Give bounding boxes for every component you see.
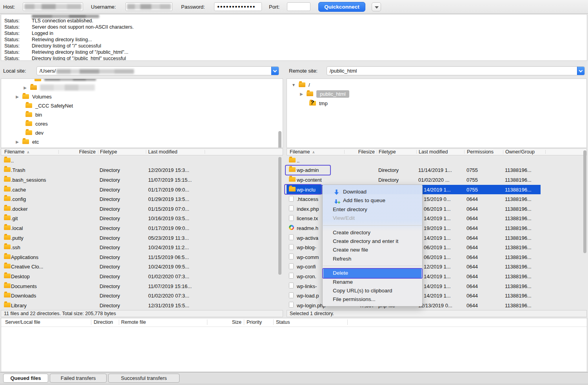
tree-item-cores[interactable]: cores xyxy=(25,119,48,128)
redacted-local-path xyxy=(56,69,134,74)
local-tree-scrollbar[interactable] xyxy=(278,131,281,148)
quickconnect-dropdown-button[interactable] xyxy=(372,2,381,11)
local-file-list[interactable]: .. .TrashDirectory12/20/2019 15:3... .ba… xyxy=(1,156,278,310)
file-row[interactable]: .configDirectory01/29/2019 13:5... xyxy=(1,194,278,204)
host-input[interactable] xyxy=(23,2,83,11)
transfer-queue-panel[interactable]: Server/Local file Direction Remote file … xyxy=(1,318,587,372)
tree-item-etc[interactable]: ▶ etc xyxy=(15,137,39,146)
tree-item-partial[interactable] xyxy=(34,78,96,83)
file-row[interactable]: .sshDirectory10/24/2019 11:2... xyxy=(1,243,278,252)
file-row[interactable]: DesktopDirectory01/02/2020 07:3... xyxy=(1,272,278,281)
log-line: Status:Directory listing of "/" successf… xyxy=(1,43,587,49)
column-header-direction[interactable]: Direction xyxy=(94,319,113,325)
menu-item-create-new-file[interactable]: Create new file xyxy=(323,246,422,254)
file-row-up[interactable]: .. xyxy=(1,156,278,166)
remote-site-combobox[interactable]: /public_html xyxy=(327,66,585,75)
column-header-size[interactable]: Size xyxy=(210,319,241,325)
tree-item-tmp[interactable]: ? tmp xyxy=(309,99,328,108)
column-header-priority[interactable]: Priority xyxy=(247,319,262,325)
open-folder-icon xyxy=(307,91,313,96)
tab-successful-transfers[interactable]: Successful transfers xyxy=(108,374,180,383)
file-row[interactable]: .bash_sessionsDirectory11/07/2019 15:15.… xyxy=(1,175,278,185)
file-row-wp-admin[interactable]: wp-adminDirectory11/14/2019 1...07551138… xyxy=(287,166,583,175)
collapse-arrow-icon[interactable]: ▼ xyxy=(292,83,296,87)
tree-item-redacted[interactable]: ▶ xyxy=(23,83,95,92)
port-input[interactable] xyxy=(287,2,310,11)
local-site-combobox[interactable]: /Users/ xyxy=(36,66,279,75)
folder-icon xyxy=(4,245,11,249)
local-directory-tree[interactable]: ▶ ▶ Volumes _CCC SafetyNet bin cores dev… xyxy=(1,78,283,148)
tree-item-volumes[interactable]: ▶ Volumes xyxy=(15,92,52,101)
menu-item-delete[interactable]: Delete xyxy=(323,269,421,277)
file-row[interactable]: .puttyDirectory05/23/2019 11:3... xyxy=(1,233,278,243)
column-header-filetype[interactable]: Filetype xyxy=(100,149,117,155)
menu-item-rename[interactable]: Rename xyxy=(323,278,422,286)
file-row[interactable]: .gitDirectory10/16/2019 03:5... xyxy=(1,214,278,224)
password-input[interactable]: ●●●●●●●●●●●●● xyxy=(214,2,262,11)
menu-item-enter-directory[interactable]: Enter directory xyxy=(323,205,422,214)
tab-queued-files[interactable]: Queued files xyxy=(3,374,48,383)
column-header-status[interactable]: Status xyxy=(276,319,290,325)
log-line-partial xyxy=(1,15,587,18)
menu-item-create-directory[interactable]: Create directory xyxy=(323,228,422,237)
column-header-filetype[interactable]: Filetype xyxy=(379,149,396,155)
file-row-up[interactable]: .. xyxy=(287,156,583,166)
quickconnect-button[interactable]: Quickconnect xyxy=(318,2,365,12)
remote-directory-tree[interactable]: ▼ / ▶ public_html ? tmp xyxy=(287,78,587,148)
menu-item-file-permissions[interactable]: File permissions... xyxy=(323,295,422,304)
folder-icon xyxy=(4,264,11,268)
local-list-scrollbar[interactable] xyxy=(278,157,281,275)
column-header-owner[interactable]: Owner/Group xyxy=(505,149,535,155)
remote-list-header: Filename∧ Filesize Filetype Last modifie… xyxy=(287,148,587,155)
expand-arrow-icon[interactable]: ▶ xyxy=(15,140,19,144)
tree-item-public-html[interactable]: ▶ public_html xyxy=(299,89,349,98)
file-row[interactable]: DownloadsDirectory01/02/2020 07:3... xyxy=(1,291,278,301)
file-row[interactable]: DocumentsDirectory11/07/2019 15:16... xyxy=(1,281,278,291)
menu-item-copy-urls[interactable]: Copy URL(s) to clipboard xyxy=(323,286,422,295)
tab-failed-transfers[interactable]: Failed transfers xyxy=(50,374,107,383)
column-header-modified[interactable]: Last modified xyxy=(148,149,177,155)
sort-ascending-icon: ∧ xyxy=(27,150,29,154)
tree-item-root[interactable]: ▼ / xyxy=(292,80,310,89)
tree-item-bin[interactable]: bin xyxy=(25,110,42,119)
file-row-wp-content[interactable]: wp-contentDirectory01/02/2020 ...0755113… xyxy=(287,175,583,185)
sort-ascending-icon: ∧ xyxy=(312,150,315,154)
host-label: Host: xyxy=(3,2,15,11)
column-header-permissions[interactable]: Permissions xyxy=(467,149,494,155)
expand-arrow-icon[interactable]: ▶ xyxy=(15,95,19,99)
file-row[interactable]: ApplicationsDirectory11/15/2019 06:5... xyxy=(1,252,278,262)
column-header-remote-file[interactable]: Remote file xyxy=(121,319,146,325)
menu-item-download[interactable]: Download xyxy=(323,188,422,196)
column-header-filename[interactable]: Filename∧ xyxy=(290,149,315,155)
remote-site-dropdown-button[interactable] xyxy=(577,67,584,75)
column-header-filesize[interactable]: Filesize xyxy=(61,149,96,155)
tree-item-ccc-safetynet[interactable]: _CCC SafetyNet xyxy=(25,101,73,110)
status-message-log[interactable]: Status:TLS connection established. Statu… xyxy=(1,14,587,61)
expand-arrow-icon[interactable]: ▶ xyxy=(23,86,27,90)
menu-item-add-files-to-queue[interactable]: + Add files to queue xyxy=(323,196,422,205)
file-row[interactable]: .TrashDirectory12/20/2019 15:3... xyxy=(1,166,278,175)
column-header-modified[interactable]: Last modified xyxy=(419,149,448,155)
folder-icon xyxy=(4,187,11,192)
file-row[interactable]: .localDirectory01/17/2019 09:0... xyxy=(1,223,278,233)
local-site-dropdown-button[interactable] xyxy=(271,67,279,75)
column-header-server-local-file[interactable]: Server/Local file xyxy=(5,319,40,325)
log-line: Status:Logged in xyxy=(1,30,587,36)
tree-item-dev[interactable]: dev xyxy=(25,128,44,137)
column-header-filename[interactable]: Filename∧ xyxy=(4,149,29,155)
file-row[interactable]: .cacheDirectory01/17/2019 09:0... xyxy=(1,185,278,195)
folder-icon xyxy=(4,283,11,288)
remote-list-scrollbar[interactable] xyxy=(583,150,586,253)
folder-icon xyxy=(4,225,11,230)
column-header-filesize[interactable]: Filesize xyxy=(354,149,375,155)
menu-item-refresh[interactable]: Refresh xyxy=(323,255,422,263)
remote-site-path: /public_html xyxy=(330,68,357,74)
file-row[interactable]: Creative Clo...Directory10/24/2019 09:5.… xyxy=(1,262,278,272)
expand-arrow-icon[interactable]: ▶ xyxy=(299,92,303,96)
menu-item-create-directory-and-enter[interactable]: Create directory and enter it xyxy=(323,237,422,246)
username-input[interactable] xyxy=(125,2,172,11)
folder-icon xyxy=(25,130,32,135)
file-row[interactable]: .dockerDirectory01/15/2019 07:0... xyxy=(1,204,278,214)
file-row[interactable]: LibraryDirectory12/31/2019 15:5... xyxy=(1,301,278,310)
file-icon xyxy=(289,263,294,269)
